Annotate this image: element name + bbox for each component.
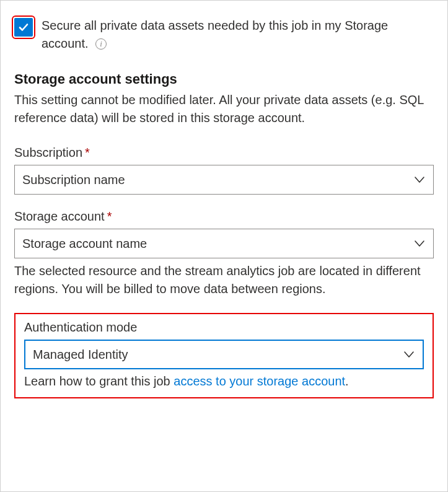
secure-private-data-row: Secure all private data assets needed by… <box>14 17 434 53</box>
subscription-label: Subscription* <box>14 146 434 160</box>
section-description: This setting cannot be modified later. A… <box>14 91 434 127</box>
subscription-label-text: Subscription <box>14 146 82 159</box>
subscription-field: Subscription* Subscription name <box>14 146 434 195</box>
learn-suffix: . <box>345 374 349 388</box>
authentication-mode-dropdown-value: Managed Identity <box>33 348 128 362</box>
authentication-mode-dropdown[interactable]: Managed Identity <box>24 340 424 369</box>
info-icon[interactable]: i <box>95 38 107 50</box>
chevron-down-icon <box>413 174 426 186</box>
required-star-icon: * <box>107 209 112 223</box>
secure-private-data-label: Secure all private data assets needed by… <box>42 17 434 53</box>
storage-account-label-text: Storage account <box>14 209 105 223</box>
section-heading: Storage account settings <box>14 71 434 87</box>
chevron-down-icon <box>403 348 415 361</box>
subscription-dropdown-value: Subscription name <box>22 173 125 187</box>
learn-prefix: Learn how to grant this job <box>24 374 173 388</box>
authentication-mode-learn-row: Learn how to grant this job access to yo… <box>24 374 424 389</box>
subscription-dropdown[interactable]: Subscription name <box>14 165 434 195</box>
storage-account-label: Storage account* <box>14 209 434 224</box>
storage-account-dropdown-value: Storage account name <box>22 237 147 251</box>
storage-account-dropdown[interactable]: Storage account name <box>14 229 434 258</box>
storage-account-field: Storage account* Storage account name Th… <box>14 209 434 298</box>
required-star-icon: * <box>85 146 90 159</box>
chevron-down-icon <box>413 237 426 250</box>
storage-access-link[interactable]: access to your storage account <box>173 374 345 388</box>
authentication-mode-label: Authentication mode <box>24 320 424 335</box>
authentication-mode-block: Authentication mode Managed Identity Lea… <box>14 313 434 398</box>
checkmark-icon <box>17 21 30 33</box>
storage-settings-panel: Secure all private data assets needed by… <box>0 0 448 492</box>
secure-private-data-label-text: Secure all private data assets needed by… <box>42 19 388 50</box>
storage-account-region-warning: The selected resource and the stream ana… <box>14 262 434 298</box>
secure-private-data-checkbox[interactable] <box>14 18 33 37</box>
